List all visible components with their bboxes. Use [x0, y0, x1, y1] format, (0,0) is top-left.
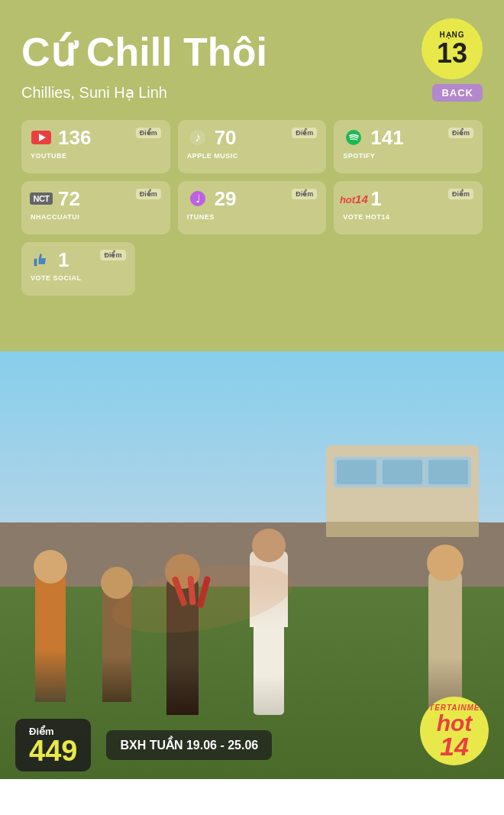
stats-row-2: NCT 72 Điểm NHACCUATUI — [21, 181, 483, 234]
stat-apple-music: ♪ 70 Điểm APPLE MUSIC — [178, 120, 327, 173]
svg-text:♪: ♪ — [195, 131, 201, 144]
person-2 — [91, 564, 144, 702]
period-badge: BXH TUẦN 19.06 - 25.06 — [106, 730, 272, 760]
person-1 — [20, 549, 81, 702]
hot14-logo: ENTERTAINMENT hot 14 — [420, 697, 489, 765]
song-title: Cứ Chill Thôi — [21, 31, 418, 74]
back-badge[interactable]: BACK — [432, 84, 483, 102]
svg-text:♩: ♩ — [195, 192, 200, 205]
stat-vote-social: 1 Điểm VOTE SOCIAL — [21, 242, 135, 296]
spotify-label: SPOTIFY — [343, 152, 473, 160]
itunes-diem: Điểm — [292, 189, 317, 199]
score-box: Điểm 449 — [15, 719, 91, 771]
bottles — [176, 576, 207, 608]
photo-section: Điểm 449 BXH TUẦN 19.06 - 25.06 ENTERTAI… — [0, 351, 504, 779]
nhaccuatui-diem: Điểm — [136, 189, 161, 199]
spotify-value: 141 — [370, 128, 403, 147]
stat-vote-hot14: hot14 1 Điểm VOTE HOT14 — [334, 181, 483, 234]
stat-nhaccuatui: NCT 72 Điểm NHACCUATUI — [21, 181, 170, 234]
vote-social-label: VOTE SOCIAL — [31, 274, 126, 282]
top-section: HẠNG 13 Cứ Chill Thôi Chillies, Suni Hạ … — [0, 0, 504, 351]
bus — [326, 445, 479, 537]
itunes-icon: ♩ — [187, 191, 208, 206]
apple-music-diem: Điểm — [292, 128, 317, 138]
thumb-icon — [31, 252, 52, 267]
stat-itunes: ♩ 29 Điểm ITUNES — [178, 181, 327, 234]
vote-social-diem: Điểm — [100, 250, 125, 260]
vote-social-value: 1 — [58, 250, 69, 270]
itunes-label: ITUNES — [187, 213, 318, 221]
nhaccuatui-label: NHACCUATUI — [31, 213, 161, 221]
youtube-value: 136 — [58, 128, 91, 147]
score-value: 449 — [29, 736, 77, 765]
stat-youtube: 136 Điểm YOUTUBE — [21, 120, 170, 173]
spotify-icon — [343, 130, 364, 145]
youtube-diem: Điểm — [136, 128, 161, 138]
apple-music-icon: ♪ — [187, 130, 208, 145]
svg-point-4 — [346, 130, 361, 145]
hot14-number: 14 — [420, 735, 489, 758]
rank-number: 13 — [437, 40, 467, 67]
stats-row-1: 136 Điểm YOUTUBE ♪ 70 Điểm APPLE MUSIC — [21, 120, 483, 173]
vote-hot14-label: VOTE HOT14 — [343, 213, 473, 221]
nhaccuatui-value: 72 — [58, 189, 80, 209]
hot14-stat-icon: hot14 — [343, 191, 364, 206]
rank-badge: HẠNG 13 — [422, 18, 483, 79]
vote-hot14-diem: Điểm — [448, 189, 473, 199]
vote-hot14-value: 1 — [370, 189, 381, 209]
spotify-diem: Điểm — [448, 128, 473, 138]
person-5 — [410, 547, 479, 715]
youtube-icon — [31, 130, 52, 145]
nhaccuatui-icon: NCT — [31, 191, 52, 206]
apple-music-label: APPLE MUSIC — [187, 152, 318, 160]
apple-music-value: 70 — [215, 128, 237, 147]
song-artists: Chillies, Suni Hạ Linh — [21, 83, 483, 102]
youtube-label: YOUTUBE — [31, 152, 161, 160]
itunes-value: 29 — [215, 189, 237, 209]
stats-row-3: 1 Điểm VOTE SOCIAL — [21, 242, 483, 296]
stat-spotify: 141 Điểm SPOTIFY — [334, 120, 483, 173]
